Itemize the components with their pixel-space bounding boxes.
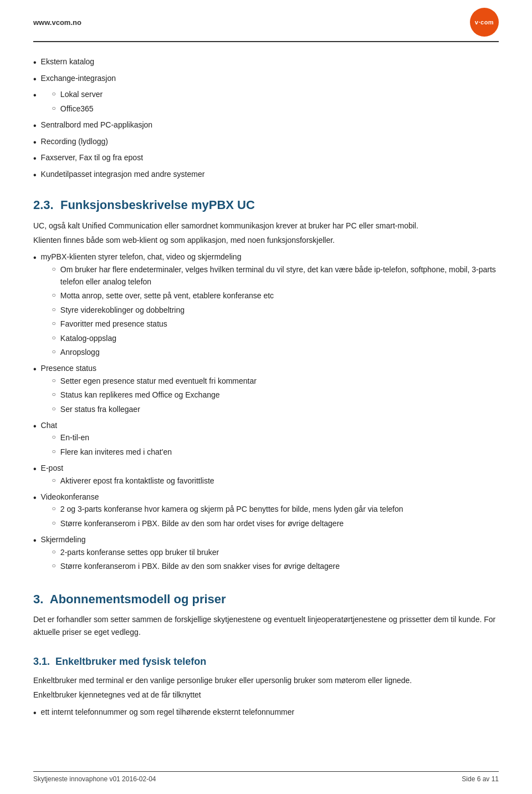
list-item: Om bruker har flere endeterminaler, velg… [41,263,499,288]
list-item: Større konferanserom i PBX. Bilde av den… [41,560,340,572]
section-3-1: 3.1. Enkeltbruker med fysisk telefon Enk… [33,654,499,720]
list-item: Lokal server [41,88,103,100]
section-3: 3. Abonnementsmodell og priser Det er fo… [33,589,499,638]
footer-left: Skytjeneste innovaphone v01 2016-02-04 [33,775,156,783]
section-3-1-list: ett internt telefonnummer og som regel t… [33,706,499,720]
section-3-1-text2: Enkeltbruker kjennetegnes ved at de får … [33,689,499,701]
video-sub-list: 2 og 3-parts konferanse hvor kamera og s… [41,503,403,530]
list-item: Flere kan inviteres med i chat'en [41,446,172,458]
list-item: ett internt telefonnummer og som regel t… [33,706,499,720]
feature-skjermdeling: Skjermdeling 2-parts konferanse settes o… [33,533,499,574]
list-item: Faxserver, Fax til og fra epost [33,151,499,166]
feature-chat: Chat En-til-en Flere kan inviteres med i… [33,419,499,460]
list-item: En-til-en [41,431,172,444]
list-item: Favoritter med presence status [41,318,499,330]
page-footer: Skytjeneste innovaphone v01 2016-02-04 S… [33,771,499,783]
mypbx-sub-list: Om bruker har flere endeterminaler, velg… [41,263,499,359]
website-url: www.vcom.no [33,18,81,27]
page-content: Ekstern katalog Exchange-integrasjon Lok… [33,55,499,720]
feature-presence: Presence status Setter egen presence sta… [33,362,499,417]
vcom-logo: v·com [470,8,499,37]
list-item: Anropslogg [41,346,499,358]
features-list: myPBX-klienten styrer telefon, chat, vid… [33,251,499,574]
list-item: Setter egen presence statur med eventuel… [41,375,257,387]
feature-epost: E-post Aktiverer epost fra kontaktliste … [33,462,499,488]
list-item: Recording (lydlogg) [33,135,499,150]
section-3-1-heading: 3.1. Enkeltbruker med fysisk telefon [33,654,499,670]
list-item: Lokal server Office365 [33,88,499,116]
list-item: Office365 [41,103,103,115]
list-item: Katalog-oppslag [41,332,499,344]
list-item: Styre viderekoblinger og dobbeltring [41,304,499,316]
section-2-3-intro: UC, også kalt Unified Communication elle… [33,220,499,232]
list-item: Større konferanserom i PBX. Bilde av den… [41,517,403,530]
skjermdeling-sub-list: 2-parts konferanse settes opp bruker til… [41,546,340,573]
feature-mypbx: myPBX-klienten styrer telefon, chat, vid… [33,251,499,360]
epost-sub-list: Aktiverer epost fra kontaktliste og favo… [41,475,214,487]
list-item: 2-parts konferanse settes opp bruker til… [41,546,340,558]
list-item: Motta anrop, sette over, sette på vent, … [41,289,499,302]
footer-right: Side 6 av 11 [462,775,499,783]
section-2-3-heading: 2.3. Funksjonsbeskrivelse myPBX UC [33,195,499,215]
list-item: Sentralbord med PC-applikasjon [33,119,499,133]
logo-container: v·com [470,8,499,37]
presence-sub-list: Setter egen presence statur med eventuel… [41,375,257,415]
list-item: Exchange-integrasjon [33,72,499,86]
list-item: Kundetilpasset integrasjon med andre sys… [33,168,499,182]
list-item: Ekstern katalog [33,55,499,70]
section-3-1-text1: Enkeltbruker med terminal er den vanlige… [33,674,499,686]
chat-sub-list: En-til-en Flere kan inviteres med i chat… [41,431,172,458]
logo-text: v·com [475,19,494,26]
section-3-text: Det er forhandler som setter sammen de f… [33,613,499,638]
list-item: 2 og 3-parts konferanse hvor kamera og s… [41,503,403,515]
sub-list: Lokal server Office365 [41,88,103,115]
list-item: Ser status fra kollegaer [41,403,257,415]
list-item: Aktiverer epost fra kontaktliste og favo… [41,475,214,487]
list-item: Status kan replikeres med Office og Exch… [41,389,257,401]
section-2-3: 2.3. Funksjonsbeskrivelse myPBX UC UC, o… [33,195,499,574]
page-header: www.vcom.no v·com [33,0,499,42]
section-2-3-sub-intro: Klienten finnes både som web-klient og s… [33,234,499,246]
section-3-heading: 3. Abonnementsmodell og priser [33,589,499,609]
intro-list: Ekstern katalog Exchange-integrasjon Lok… [33,55,499,182]
feature-video: Videokonferanse 2 og 3-parts konferanse … [33,491,499,531]
